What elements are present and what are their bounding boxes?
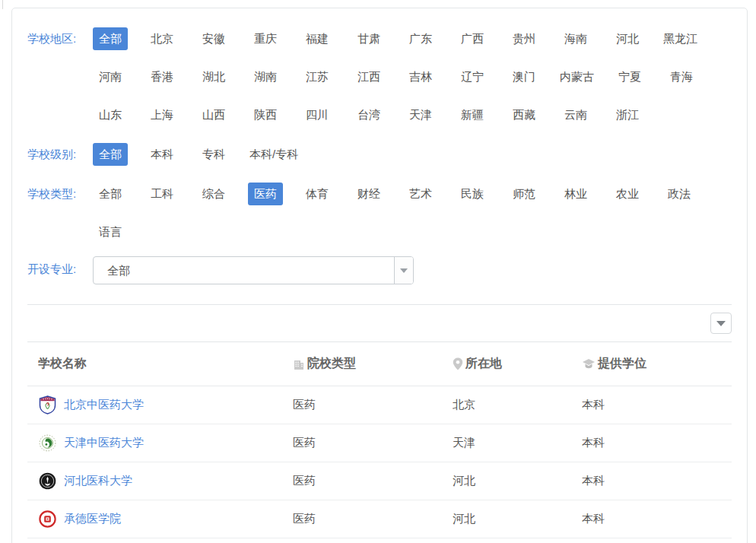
filter-option[interactable]: 农业 — [610, 183, 645, 205]
filter-option[interactable]: 山东 — [93, 103, 128, 126]
filter-option[interactable]: 香港 — [145, 65, 179, 88]
filter-group-region: 学校地区: 全部北京安徽重庆福建甘肃广东广西贵州海南河北黑龙江河南香港湖北湖南江… — [27, 27, 732, 126]
filter-label-level: 学校级别: — [27, 143, 87, 166]
school-logo — [38, 395, 56, 414]
filter-option[interactable]: 吉林 — [403, 65, 438, 88]
table-body: 北京中医药大学医药北京本科天津中医药大学医药天津本科河北医科大学医药河北本科承德… — [27, 386, 732, 538]
filter-option[interactable]: 上海 — [145, 103, 179, 126]
filter-options-type: 全部工科综合医药体育财经艺术民族师范林业农业政法语言 — [93, 183, 732, 243]
filter-option[interactable]: 全部 — [93, 183, 128, 205]
filter-option[interactable]: 河北 — [610, 27, 645, 50]
major-select-value: 全部 — [94, 257, 394, 284]
filter-option[interactable]: 语言 — [93, 221, 128, 243]
building-icon — [293, 358, 305, 370]
filter-option[interactable]: 北京 — [145, 27, 179, 50]
filter-option[interactable]: 全部 — [93, 27, 128, 50]
column-header-school-name: 学校名称 — [27, 356, 293, 372]
filter-option[interactable]: 陕西 — [248, 103, 283, 126]
filter-group-type: 学校类型: 全部工科综合医药体育财经艺术民族师范林业农业政法语言 — [27, 183, 732, 243]
location-cell: 河北 — [453, 512, 582, 526]
column-header-label: 所在地 — [465, 356, 502, 372]
filter-option[interactable]: 西藏 — [507, 103, 542, 126]
location-cell: 天津 — [453, 436, 582, 450]
filter-option[interactable]: 内蒙古 — [558, 65, 596, 88]
filter-option[interactable]: 河南 — [93, 65, 128, 88]
location-pin-icon — [453, 357, 463, 370]
search-panel: 学校地区: 全部北京安徽重庆福建甘肃广东广西贵州海南河北黑龙江河南香港湖北湖南江… — [11, 8, 748, 543]
school-name-link[interactable]: 承德医学院 — [64, 512, 121, 526]
school-name-link[interactable]: 天津中医药大学 — [64, 436, 144, 450]
school-name-link[interactable]: 北京中医药大学 — [64, 398, 144, 412]
table-row: 北京中医药大学医药北京本科 — [27, 386, 732, 424]
filter-option[interactable]: 体育 — [300, 183, 335, 205]
degree-cell: 本科 — [582, 398, 732, 412]
school-logo — [38, 433, 56, 452]
filter-option[interactable]: 重庆 — [248, 27, 283, 50]
filter-option[interactable]: 台湾 — [351, 103, 386, 126]
filter-option[interactable]: 专科 — [196, 143, 231, 166]
degree-cell: 本科 — [582, 436, 732, 450]
filter-option[interactable]: 江苏 — [300, 65, 335, 88]
filter-option[interactable]: 湖南 — [248, 65, 283, 88]
collapse-filter-button[interactable] — [710, 313, 732, 334]
filter-option[interactable]: 宁夏 — [612, 65, 647, 88]
filter-options-region: 全部北京安徽重庆福建甘肃广东广西贵州海南河北黑龙江河南香港湖北湖南江苏江西吉林辽… — [93, 27, 732, 126]
degree-cell: 本科 — [582, 474, 732, 488]
filter-option[interactable]: 广西 — [455, 27, 490, 50]
filter-option[interactable]: 天津 — [403, 103, 438, 126]
filter-option[interactable]: 本科 — [145, 143, 179, 166]
major-select[interactable]: 全部 — [93, 256, 414, 284]
filter-options-level: 全部本科专科本科/专科 — [93, 143, 732, 166]
school-type-cell: 医药 — [293, 436, 453, 450]
major-select-arrow-button[interactable] — [394, 257, 413, 284]
filter-option[interactable]: 医药 — [248, 183, 283, 205]
school-logo — [38, 510, 56, 529]
filter-group-major: 开设专业: 全部 — [27, 254, 732, 284]
column-header-label: 院校类型 — [307, 356, 356, 372]
filter-label-major: 开设专业: — [27, 254, 87, 284]
filter-group-level: 学校级别: 全部本科专科本科/专科 — [27, 143, 732, 166]
filter-option[interactable]: 山西 — [196, 103, 231, 126]
school-name-link[interactable]: 河北医科大学 — [64, 474, 132, 488]
column-header-label: 学校名称 — [38, 356, 87, 372]
column-header-location: 所在地 — [453, 356, 582, 372]
filter-option[interactable]: 浙江 — [610, 103, 645, 126]
filter-option[interactable]: 海南 — [558, 27, 593, 50]
filter-option[interactable]: 民族 — [455, 183, 490, 205]
degree-cell: 本科 — [582, 512, 732, 526]
filter-option[interactable]: 本科/专科 — [248, 143, 300, 166]
filter-option[interactable]: 贵州 — [507, 27, 542, 50]
table-row: 河北医科大学医药河北本科 — [27, 462, 732, 500]
filter-option[interactable]: 福建 — [300, 27, 335, 50]
school-logo — [38, 472, 56, 491]
school-type-cell: 医药 — [293, 512, 453, 526]
degree-icon — [582, 358, 596, 370]
filter-option[interactable]: 全部 — [93, 143, 128, 166]
filter-option[interactable]: 澳门 — [507, 65, 542, 88]
filter-option[interactable]: 四川 — [300, 103, 335, 126]
filter-option[interactable]: 财经 — [351, 183, 386, 205]
filter-option[interactable]: 艺术 — [403, 183, 438, 205]
table-row: 天津中医药大学医药天津本科 — [27, 424, 732, 462]
location-cell: 河北 — [453, 474, 582, 488]
filter-option[interactable]: 师范 — [507, 183, 542, 205]
filter-option[interactable]: 辽宁 — [455, 65, 490, 88]
filter-option[interactable]: 政法 — [662, 183, 697, 205]
filter-option[interactable]: 林业 — [558, 183, 593, 205]
filter-option[interactable]: 云南 — [558, 103, 593, 126]
filter-option[interactable]: 江西 — [351, 65, 386, 88]
table-header: 学校名称 院校类型 所在地 提供学位 — [27, 342, 732, 386]
filter-option[interactable]: 黑龙江 — [662, 27, 699, 50]
column-header-degree: 提供学位 — [582, 356, 732, 372]
triangle-down-icon — [400, 268, 408, 277]
location-cell: 北京 — [453, 398, 582, 412]
filter-option[interactable]: 工科 — [145, 183, 179, 205]
filter-option[interactable]: 湖北 — [196, 65, 231, 88]
filter-option[interactable]: 新疆 — [455, 103, 490, 126]
filter-option[interactable]: 安徽 — [196, 27, 231, 50]
filter-option[interactable]: 甘肃 — [351, 27, 386, 50]
filter-option[interactable]: 青海 — [664, 65, 699, 88]
filter-option[interactable]: 广东 — [403, 27, 438, 50]
filter-option[interactable]: 综合 — [196, 183, 231, 205]
collapse-row — [27, 305, 732, 341]
